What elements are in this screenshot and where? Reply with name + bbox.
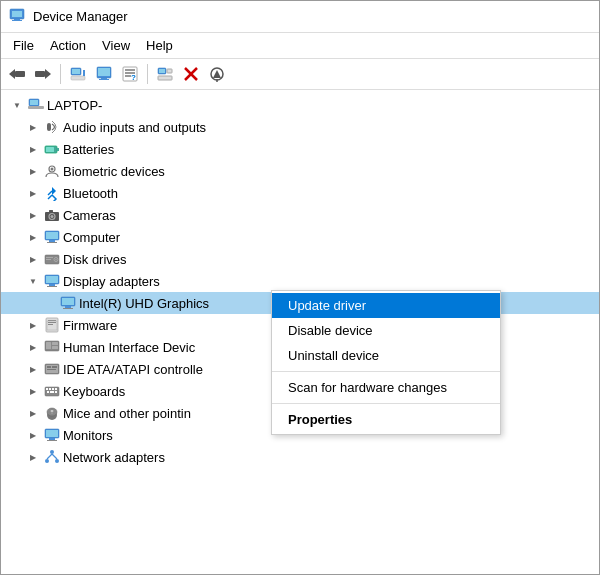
expander-keyboards[interactable] xyxy=(25,383,41,399)
tree-item-bluetooth[interactable]: Bluetooth xyxy=(1,182,599,204)
context-menu-separator-2 xyxy=(272,403,500,404)
tree-item-biometric[interactable]: Biometric devices xyxy=(1,160,599,182)
svg-rect-75 xyxy=(47,369,56,370)
show-device-button[interactable] xyxy=(66,62,90,86)
back-button[interactable] xyxy=(5,62,29,86)
expander-display[interactable] xyxy=(25,273,41,289)
tree-item-network[interactable]: Network adapters xyxy=(1,446,599,468)
svg-point-92 xyxy=(50,450,54,454)
toolbar: ? xyxy=(1,59,599,90)
svg-rect-11 xyxy=(83,70,85,76)
device-manager-window: Device Manager File Action View Help xyxy=(0,0,600,575)
expander-computer[interactable] xyxy=(25,229,41,245)
uninstall-button[interactable] xyxy=(179,62,203,86)
forward-button[interactable] xyxy=(31,62,55,86)
svg-rect-70 xyxy=(52,346,58,349)
expander-firmware[interactable] xyxy=(25,317,41,333)
battery-icon xyxy=(44,141,60,157)
tree-item-disk[interactable]: Disk drives xyxy=(1,248,599,270)
svg-rect-48 xyxy=(47,242,57,243)
menu-bar: File Action View Help xyxy=(1,33,599,59)
laptop-icon xyxy=(28,97,44,113)
biometric-icon xyxy=(44,163,60,179)
expander-laptop[interactable] xyxy=(9,97,25,113)
expander-biometric[interactable] xyxy=(25,163,41,179)
menu-view[interactable]: View xyxy=(94,35,138,56)
svg-rect-57 xyxy=(47,286,57,287)
tree-item-batteries[interactable]: Batteries xyxy=(1,138,599,160)
expander-batteries[interactable] xyxy=(25,141,41,157)
svg-rect-60 xyxy=(65,306,71,308)
expander-cameras[interactable] xyxy=(25,207,41,223)
expander-monitors[interactable] xyxy=(25,427,41,443)
svg-rect-3 xyxy=(12,20,22,21)
tree-item-cameras[interactable]: Cameras xyxy=(1,204,599,226)
context-menu-update-driver[interactable]: Update driver xyxy=(272,293,500,318)
expander-bluetooth[interactable] xyxy=(25,185,41,201)
context-menu-disable-device[interactable]: Disable device xyxy=(272,318,500,343)
laptop-label: LAPTOP- xyxy=(47,98,599,113)
mice-icon xyxy=(44,405,60,421)
window-icon xyxy=(9,7,25,26)
svg-rect-83 xyxy=(55,391,57,393)
svg-rect-31 xyxy=(30,100,38,105)
tree-item-audio[interactable]: Audio inputs and outputs xyxy=(1,116,599,138)
monitors-icon xyxy=(44,427,60,443)
svg-rect-91 xyxy=(47,440,57,441)
svg-rect-59 xyxy=(62,298,74,305)
svg-point-93 xyxy=(45,459,49,463)
toolbar-separator-1 xyxy=(60,64,61,84)
svg-rect-32 xyxy=(28,106,44,109)
context-menu-scan[interactable]: Scan for hardware changes xyxy=(272,375,500,400)
biometric-label: Biometric devices xyxy=(63,164,599,179)
firmware-icon xyxy=(44,317,60,333)
menu-file[interactable]: File xyxy=(5,35,42,56)
svg-rect-64 xyxy=(48,322,56,323)
svg-rect-33 xyxy=(47,123,51,131)
keyboard-icon xyxy=(44,383,60,399)
svg-rect-23 xyxy=(167,69,172,73)
show-hidden-button[interactable] xyxy=(92,62,116,86)
svg-rect-10 xyxy=(71,76,85,80)
svg-rect-90 xyxy=(49,438,55,440)
svg-rect-9 xyxy=(72,69,80,74)
disk-label: Disk drives xyxy=(63,252,599,267)
svg-rect-35 xyxy=(57,148,59,151)
expander-audio[interactable] xyxy=(25,119,41,135)
display-icon xyxy=(44,273,60,289)
network-label: Network adapters xyxy=(63,450,599,465)
expander-mice[interactable] xyxy=(25,405,41,421)
svg-rect-81 xyxy=(47,391,49,393)
main-content: LAPTOP- Audio inputs and outputs xyxy=(1,90,599,574)
properties-button[interactable]: ? xyxy=(118,62,142,86)
view-options-button[interactable] xyxy=(153,62,177,86)
svg-point-38 xyxy=(51,168,54,171)
svg-marker-28 xyxy=(213,70,221,78)
computer-label: Computer xyxy=(63,230,599,245)
menu-help[interactable]: Help xyxy=(138,35,181,56)
expander-ide[interactable] xyxy=(25,361,41,377)
svg-marker-4 xyxy=(9,69,15,79)
svg-line-40 xyxy=(48,195,52,199)
tree-item-display[interactable]: Display adapters xyxy=(1,270,599,292)
tree-item-computer[interactable]: Computer xyxy=(1,226,599,248)
context-menu-properties[interactable]: Properties xyxy=(272,407,500,432)
svg-point-43 xyxy=(51,215,54,218)
svg-point-51 xyxy=(55,259,56,260)
context-menu-uninstall-device[interactable]: Uninstall device xyxy=(272,343,500,368)
tree-item-laptop[interactable]: LAPTOP- xyxy=(1,94,599,116)
svg-rect-15 xyxy=(99,79,109,80)
expander-network[interactable] xyxy=(25,449,41,465)
svg-rect-46 xyxy=(46,232,58,239)
svg-rect-80 xyxy=(55,388,57,390)
ide-icon xyxy=(44,361,60,377)
expander-disk[interactable] xyxy=(25,251,41,267)
menu-action[interactable]: Action xyxy=(42,35,94,56)
svg-rect-79 xyxy=(52,388,54,390)
scan-button[interactable] xyxy=(205,62,229,86)
expander-hid[interactable] xyxy=(25,339,41,355)
bluetooth-label: Bluetooth xyxy=(63,186,599,201)
audio-label: Audio inputs and outputs xyxy=(63,120,599,135)
svg-rect-47 xyxy=(49,240,55,242)
svg-rect-56 xyxy=(49,284,55,286)
